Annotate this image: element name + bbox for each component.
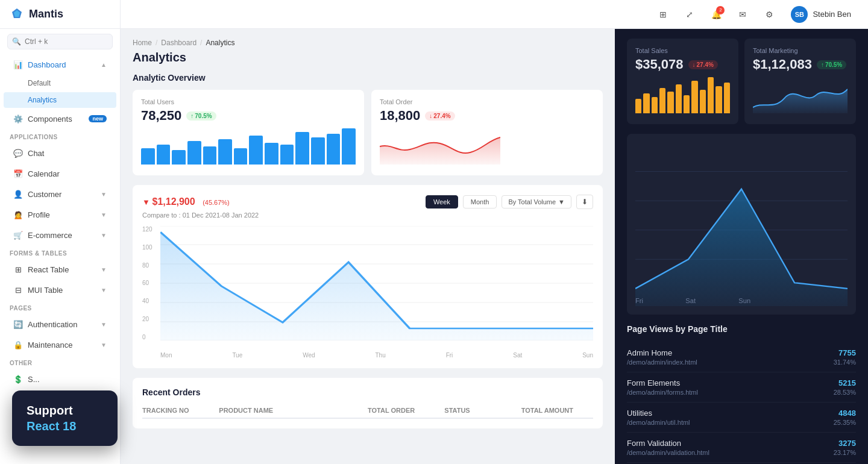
sidebar-item-maintenance[interactable]: 🔒 Maintenance ▼ (4, 335, 116, 354)
search-input[interactable] (7, 34, 113, 49)
sidebar-logo[interactable]: Mantis (0, 0, 120, 29)
breadcrumb: Home / Dashboard / Analytics (133, 39, 603, 47)
sidebar-item-label: React Table (28, 265, 69, 274)
section-pages: Pages (0, 300, 120, 314)
page-view-item: Utilities /demo/admin/util.html 4848 25.… (627, 403, 856, 433)
components-icon: ⚙️ (13, 114, 23, 124)
page-views-title: Page Views by Page Title (627, 324, 856, 334)
sidebar-item-label: Authentication (28, 320, 77, 329)
calendar-icon: 📅 (13, 169, 23, 178)
page-pct: 23.17% (834, 449, 856, 456)
section-forms-tables: Forms & Tables (0, 245, 120, 259)
y-axis-labels: 120 100 80 60 40 20 0 (142, 226, 153, 340)
stat-badge-down-dark: ↓ 27.4% (688, 60, 718, 69)
topbar: ⊞ ⤢ 🔔 2 ✉ ⚙ SB Stebin Ben (121, 0, 868, 29)
sidebar-item-label: Components (28, 114, 72, 124)
search-icon: 🔍 (12, 37, 21, 46)
s1-icon: 💲 (13, 374, 23, 384)
sales-bar-chart (635, 77, 730, 113)
sidebar-subitem-default[interactable]: Default (4, 75, 116, 91)
orders-area-chart (380, 128, 500, 165)
stat-label: Total Order (380, 98, 594, 105)
stat-card-users: Total Users 78,250 ↑ 70.5% (133, 90, 364, 175)
content-left: Home / Dashboard / Analytics Analytics A… (121, 29, 615, 464)
sidebar-item-label: Calendar (28, 169, 60, 178)
stat-cards-row: Total Users 78,250 ↑ 70.5% (133, 90, 603, 175)
maintenance-icon: 🔒 (13, 340, 23, 350)
page-name: Form Validation (627, 439, 709, 448)
month-btn[interactable]: Month (463, 195, 497, 208)
sidebar-subitem-analytics[interactable]: Analytics (4, 92, 116, 108)
username: Stebin Ben (813, 10, 851, 19)
page-url: /demo/admin/validation.html (627, 449, 709, 456)
stat-label: Total Users (141, 98, 356, 105)
sidebar-item-customer[interactable]: 👤 Customer ▼ (4, 184, 116, 204)
chevron-down-icon: ▼ (101, 342, 107, 348)
sidebar-item-calendar[interactable]: 📅 Calendar (4, 164, 116, 183)
download-btn[interactable]: ⬇ (576, 195, 593, 209)
profile-icon: 🙍 (13, 210, 23, 219)
content-right: Total Sales $35,078 ↓ 27.4% (615, 29, 868, 464)
chevron-down-icon: ▼ (101, 287, 107, 293)
svg-text:Fri: Fri (635, 297, 643, 304)
mail-icon-btn[interactable]: ✉ (733, 5, 752, 24)
main-area: ⊞ ⤢ 🔔 2 ✉ ⚙ SB Stebin Ben Home / Dashboa… (121, 0, 868, 464)
fullscreen-icon-btn[interactable]: ⤢ (680, 5, 699, 24)
sidebar-item-react-table[interactable]: ⊞ React Table ▼ (4, 260, 116, 279)
sidebar-item-label: S... (28, 375, 40, 384)
sidebar-item-label: E-commerce (28, 231, 72, 240)
support-react18-popup[interactable]: Support React 18 (12, 390, 118, 446)
sidebar-item-components[interactable]: ⚙️ Components new (4, 109, 116, 128)
breadcrumb-current: Analytics (206, 39, 234, 47)
stat-card-marketing: Total Marketing $1,12,083 ↑ 70.5% (744, 39, 856, 124)
stat-label-dark: Total Marketing (753, 47, 848, 54)
sidebar-item-label: MUI Table (28, 286, 63, 295)
sidebar-item-profile[interactable]: 🙍 Profile ▼ (4, 205, 116, 224)
income-change: (45.67%) (203, 199, 230, 206)
chevron-down-icon: ▼ (101, 232, 107, 239)
sidebar-item-authentication[interactable]: 🔄 Authentication ▼ (4, 315, 116, 334)
react-table-icon: ⊞ (13, 265, 23, 274)
chevron-down-icon: ▼ (558, 198, 565, 205)
breadcrumb-dashboard[interactable]: Dashboard (161, 39, 197, 47)
arrow-up-icon: ↑ (190, 113, 193, 119)
user-menu[interactable]: SB Stebin Ben (786, 4, 856, 25)
income-arrow: ▼ (142, 198, 152, 207)
volume-btn[interactable]: By Total Volume ▼ (502, 195, 571, 208)
sidebar-item-dashboard[interactable]: 📊 Dashboard ▲ (4, 55, 116, 74)
week-btn[interactable]: Week (426, 195, 458, 208)
page-count: 3275 (834, 439, 856, 448)
stat-value: 78,250 (141, 108, 181, 124)
page-count: 7755 (834, 348, 856, 357)
page-pct: 28.53% (834, 389, 856, 396)
stat-badge-up-dark: ↑ 70.5% (817, 60, 846, 69)
page-view-item: Admin Home /demo/admin/index.html 7755 3… (627, 342, 856, 372)
bell-icon-btn[interactable]: 🔔 2 (706, 5, 726, 24)
breadcrumb-sep: / (156, 39, 157, 47)
mui-table-icon: ⊟ (13, 285, 23, 295)
apps-icon-btn[interactable]: ⊞ (653, 5, 673, 24)
arrow-down-icon: ↓ (693, 61, 696, 68)
sidebar-item-chat[interactable]: 💬 Chat (4, 143, 116, 163)
content-area: Home / Dashboard / Analytics Analytics A… (121, 29, 868, 464)
recent-orders-card: Recent Orders Tracking No Product Name T… (133, 378, 603, 428)
dashboard-icon: 📊 (13, 60, 23, 69)
settings-icon-btn[interactable]: ⚙ (760, 5, 779, 24)
users-bar-chart (141, 128, 356, 165)
new-badge: new (89, 115, 107, 122)
analytic-overview-title: Analytic Overview (133, 73, 603, 83)
sidebar-item-mui-table[interactable]: ⊟ MUI Table ▼ (4, 280, 116, 299)
page-url: /demo/admin/index.html (627, 359, 697, 366)
dark-stat-cards-row: Total Sales $35,078 ↓ 27.4% (627, 39, 856, 124)
page-count: 4848 (834, 409, 856, 418)
col-product: Product Name (219, 407, 363, 414)
app-name: Mantis (29, 8, 63, 20)
svg-text:Sat: Sat (685, 297, 696, 304)
sidebar-item-s1[interactable]: 💲 S... (4, 369, 116, 389)
income-line-chart: 120 100 80 60 40 20 0 (142, 226, 593, 359)
income-overview-card: ▼ $1,12,900 (45.67%) Week Month By Total… (133, 185, 603, 368)
page-name: Admin Home (627, 348, 697, 357)
sidebar-item-ecommerce[interactable]: 🛒 E-commerce ▼ (4, 225, 116, 245)
page-url: /demo/admin/forms.html (627, 389, 698, 396)
breadcrumb-home[interactable]: Home (133, 39, 152, 47)
